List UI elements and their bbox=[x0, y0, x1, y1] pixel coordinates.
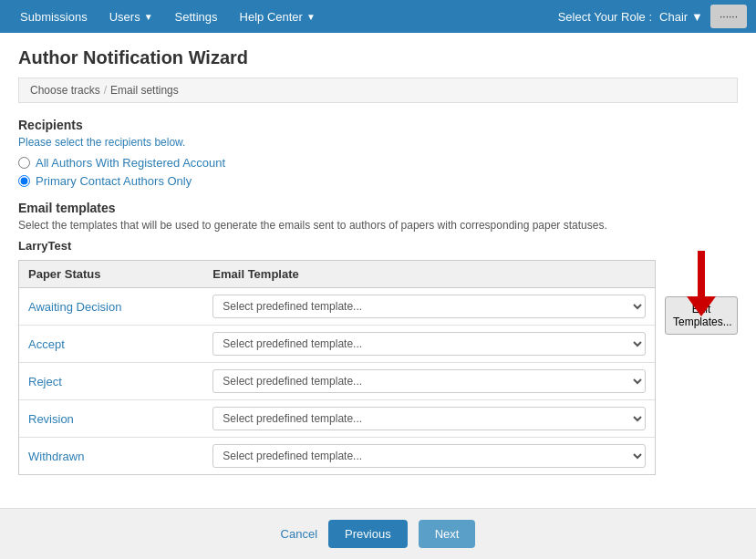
template-select-1[interactable]: Select predefined template... bbox=[212, 332, 646, 356]
radio-primary-contact-input[interactable] bbox=[18, 175, 30, 187]
role-dropdown[interactable]: Chair ▼ bbox=[659, 10, 703, 24]
status-cell-2: Reject bbox=[19, 363, 203, 400]
template-cell-2: Select predefined template... bbox=[203, 363, 655, 400]
nav-settings-label: Settings bbox=[175, 10, 218, 24]
breadcrumb-email-settings: Email settings bbox=[110, 84, 179, 97]
status-cell-1: Accept bbox=[19, 326, 203, 363]
radio-all-authors[interactable]: All Authors With Registered Account bbox=[18, 156, 738, 170]
nav-submissions[interactable]: Submissions bbox=[9, 0, 98, 33]
template-select-0[interactable]: Select predefined template... bbox=[212, 295, 646, 318]
table-header-row: Paper Status Email Template bbox=[19, 261, 655, 288]
navbar-left: Submissions Users ▼ Settings Help Center… bbox=[9, 0, 326, 33]
table-row: AcceptSelect predefined template... bbox=[19, 326, 655, 363]
radio-primary-contact[interactable]: Primary Contact Authors Only bbox=[18, 174, 738, 188]
users-caret-icon: ▼ bbox=[144, 12, 153, 22]
breadcrumb-choose-tracks[interactable]: Choose tracks bbox=[30, 84, 100, 97]
arrow-shaft bbox=[698, 251, 705, 296]
status-cell-3: Revision bbox=[19, 400, 203, 438]
table-row: RevisionSelect predefined template... bbox=[19, 400, 655, 438]
template-cell-1: Select predefined template... bbox=[203, 326, 655, 363]
nav-submissions-label: Submissions bbox=[20, 10, 88, 24]
col-paper-status: Paper Status bbox=[19, 261, 203, 288]
nav-users[interactable]: Users ▼ bbox=[98, 0, 164, 33]
table-row: Awaiting DecisionSelect predefined templ… bbox=[19, 288, 655, 326]
nav-help-center[interactable]: Help Center ▼ bbox=[229, 0, 326, 33]
role-value: Chair bbox=[659, 10, 688, 24]
user-button-label: ······ bbox=[720, 10, 738, 23]
nav-users-label: Users bbox=[109, 10, 140, 24]
navbar: Submissions Users ▼ Settings Help Center… bbox=[0, 0, 756, 33]
status-cell-4: Withdrawn bbox=[19, 438, 203, 475]
email-templates-title: Email templates bbox=[18, 201, 738, 215]
nav-settings[interactable]: Settings bbox=[164, 0, 229, 33]
track-name: LarryTest bbox=[18, 239, 738, 253]
template-select-2[interactable]: Select predefined template... bbox=[212, 369, 646, 393]
role-caret-icon: ▼ bbox=[691, 10, 703, 24]
table-row: RejectSelect predefined template... bbox=[19, 363, 655, 400]
page-title: Author Notification Wizard bbox=[18, 47, 738, 68]
previous-button[interactable]: Previous bbox=[328, 520, 408, 548]
page-content: Author Notification Wizard Choose tracks… bbox=[0, 33, 756, 490]
breadcrumb: Choose tracks / Email settings bbox=[18, 78, 738, 103]
templates-table: Paper Status Email Template Awaiting Dec… bbox=[19, 261, 655, 474]
email-templates-desc: Select the templates that will be used t… bbox=[18, 219, 738, 232]
template-cell-3: Select predefined template... bbox=[203, 400, 655, 438]
table-container-wrapper: Paper Status Email Template Awaiting Dec… bbox=[18, 260, 738, 475]
navbar-right: Select Your Role : Chair ▼ ······ bbox=[558, 5, 747, 28]
next-button[interactable]: Next bbox=[419, 520, 476, 548]
nav-help-label: Help Center bbox=[240, 10, 303, 24]
recipients-radio-group: All Authors With Registered Account Prim… bbox=[18, 156, 738, 188]
radio-primary-contact-label: Primary Contact Authors Only bbox=[36, 174, 192, 188]
template-select-4[interactable]: Select predefined template... bbox=[212, 444, 646, 468]
radio-all-authors-label: All Authors With Registered Account bbox=[36, 156, 225, 170]
arrow-head bbox=[687, 296, 716, 316]
role-label: Select Your Role : bbox=[558, 10, 652, 24]
table-row: WithdrawnSelect predefined template... bbox=[19, 438, 655, 475]
col-email-template: Email Template bbox=[203, 261, 655, 288]
status-cell-0: Awaiting Decision bbox=[19, 288, 203, 326]
recipients-subtitle: Please select the recipients below. bbox=[18, 136, 738, 149]
radio-all-authors-input[interactable] bbox=[18, 157, 30, 169]
breadcrumb-sep: / bbox=[104, 84, 107, 97]
user-button[interactable]: ······ bbox=[710, 5, 747, 28]
help-caret-icon: ▼ bbox=[306, 12, 316, 22]
footer: Cancel Previous Next bbox=[0, 508, 756, 559]
table-wrapper: Paper Status Email Template Awaiting Dec… bbox=[18, 260, 656, 475]
template-cell-0: Select predefined template... bbox=[203, 288, 655, 326]
template-cell-4: Select predefined template... bbox=[203, 438, 655, 475]
cancel-button[interactable]: Cancel bbox=[281, 527, 317, 541]
template-select-3[interactable]: Select predefined template... bbox=[212, 407, 646, 430]
red-arrow bbox=[687, 251, 716, 316]
edit-col: EditTemplates... bbox=[665, 260, 738, 335]
recipients-title: Recipients bbox=[18, 118, 738, 132]
